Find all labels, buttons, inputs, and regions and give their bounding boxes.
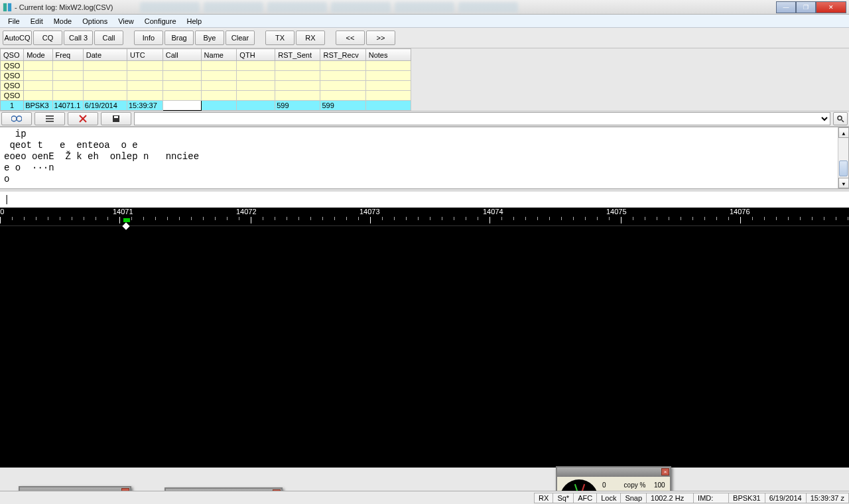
next-button[interactable]: >> <box>366 31 395 45</box>
list-button[interactable] <box>34 112 65 125</box>
log-filter-combo[interactable] <box>134 112 830 125</box>
window-titlebar: - Current log: MixW2.log(CSV) — ❐ ✕ <box>0 0 849 15</box>
statusbar: RX Sq* AFC Lock Snap 1002.2 Hz IMD: BPSK… <box>0 491 849 504</box>
column-utc[interactable]: UTC <box>127 49 163 61</box>
rx-text-pane[interactable]: ip qeot t e enteoa o e eoeo oenE Ž k eh … <box>0 127 849 189</box>
svg-point-11 <box>838 116 842 120</box>
column-date[interactable]: Date <box>83 49 127 61</box>
table-row-active[interactable]: 1BPSK314071.16/19/201415:39:37599599 <box>1 101 411 111</box>
menu-help[interactable]: Help <box>182 16 208 27</box>
table-row[interactable]: QSO <box>1 81 411 91</box>
table-row[interactable]: QSO <box>1 91 411 101</box>
svg-rect-5 <box>46 118 54 119</box>
status-hz: 1002.2 Hz <box>646 493 694 503</box>
log-table[interactable]: QSOModeFreqDateUTCCallNameQTHRST_SentRST… <box>0 48 411 111</box>
column-call[interactable]: Call <box>163 49 201 61</box>
rx-button[interactable]: RX <box>296 31 325 45</box>
column-notes[interactable]: Notes <box>365 49 411 61</box>
freq-tick-label: 14076 <box>730 208 750 216</box>
tx-button[interactable]: TX <box>265 31 294 45</box>
panel-titlebar[interactable]: × <box>557 468 670 477</box>
freq-tick-label: 14072 <box>236 208 257 216</box>
svg-line-12 <box>842 120 844 122</box>
macro-toolbar: AutoCQ CQ Call 3 Call Info Brag Bye Clea… <box>0 28 849 48</box>
window-title: - Current log: MixW2.log(CSV) <box>15 3 113 11</box>
freq-tick-label: 14073 <box>359 208 380 216</box>
column-qth[interactable]: QTH <box>237 49 275 61</box>
column-qso[interactable]: QSO <box>1 49 24 61</box>
tx-cursor: | <box>4 194 9 205</box>
svg-rect-10 <box>114 116 118 118</box>
status-rx[interactable]: RX <box>534 493 553 503</box>
svg-point-2 <box>11 116 17 121</box>
maximize-button[interactable]: ❐ <box>796 1 816 13</box>
call-button[interactable]: Call <box>94 31 123 45</box>
app-icon <box>3 3 12 12</box>
table-row[interactable]: QSO <box>1 61 411 71</box>
minimize-button[interactable]: — <box>776 1 796 13</box>
background-tabs <box>140 2 776 13</box>
rx-scrollbar[interactable]: ▲ ▼ <box>838 127 848 188</box>
autocq-button[interactable]: AutoCQ <box>3 31 32 45</box>
column-rst_recv[interactable]: RST_Recv <box>320 49 365 61</box>
binoculars-button[interactable] <box>1 112 32 125</box>
menubar: File Edit Mode Options View Configure He… <box>0 15 849 28</box>
freq-tick-label: 14074 <box>483 208 503 216</box>
status-lock[interactable]: Lock <box>596 493 621 503</box>
svg-rect-4 <box>46 115 54 117</box>
freq-tick-label: 070 <box>0 208 4 216</box>
menu-configure[interactable]: Configure <box>139 16 182 27</box>
status-sq[interactable]: Sq* <box>553 493 574 503</box>
brag-button[interactable]: Brag <box>164 31 194 45</box>
rx-text: ip qeot t e enteoa o e eoeo oenE Ž k eh … <box>4 129 844 185</box>
tune-cursor-flag[interactable] <box>123 218 130 222</box>
freq-tick-label: 14071 <box>113 208 133 216</box>
svg-rect-1 <box>8 3 11 11</box>
waterfall-display[interactable]: 070140711407214073140741407514076 × Fq: … <box>0 208 849 468</box>
info-button[interactable]: Info <box>134 31 163 45</box>
status-afc[interactable]: AFC <box>573 493 597 503</box>
menu-view[interactable]: View <box>113 16 139 27</box>
svg-point-3 <box>17 116 22 121</box>
column-rst_sent[interactable]: RST_Sent <box>275 49 320 61</box>
delete-button[interactable] <box>68 112 98 125</box>
tx-text-pane[interactable]: | <box>0 189 849 208</box>
log-toolbar <box>0 111 849 127</box>
status-mode[interactable]: BPSK31 <box>728 493 765 503</box>
menu-options[interactable]: Options <box>77 16 113 27</box>
menu-file[interactable]: File <box>3 16 25 27</box>
menu-edit[interactable]: Edit <box>25 16 48 27</box>
menu-mode[interactable]: Mode <box>48 16 78 27</box>
search-button[interactable] <box>833 112 848 125</box>
close-icon[interactable]: × <box>661 468 669 475</box>
status-snap[interactable]: Snap <box>620 493 647 503</box>
column-freq[interactable]: Freq <box>52 49 83 61</box>
scroll-up-icon[interactable]: ▲ <box>838 127 849 138</box>
frequency-scale: 070140711407214073140741407514076 <box>0 208 849 226</box>
scroll-thumb[interactable] <box>839 160 848 176</box>
close-button[interactable]: ✕ <box>816 1 846 13</box>
freq-tick-label: 14075 <box>606 208 627 216</box>
column-mode[interactable]: Mode <box>24 49 52 61</box>
bye-button[interactable]: Bye <box>195 31 224 45</box>
prev-button[interactable]: << <box>336 31 365 45</box>
cq-button[interactable]: CQ <box>33 31 62 45</box>
svg-rect-0 <box>3 3 7 11</box>
save-button[interactable] <box>101 112 131 125</box>
scroll-down-icon[interactable]: ▼ <box>838 178 849 188</box>
call3-button[interactable]: Call 3 <box>64 31 93 45</box>
table-row[interactable]: QSO <box>1 71 411 81</box>
clear-button[interactable]: Clear <box>226 31 255 45</box>
status-imd: IMD: <box>693 493 729 503</box>
status-date: 6/19/2014 <box>765 493 807 503</box>
copy-label: copy % <box>616 481 654 489</box>
status-time: 15:39:37 z <box>806 493 849 503</box>
svg-rect-6 <box>46 121 54 122</box>
column-name[interactable]: Name <box>201 49 237 61</box>
